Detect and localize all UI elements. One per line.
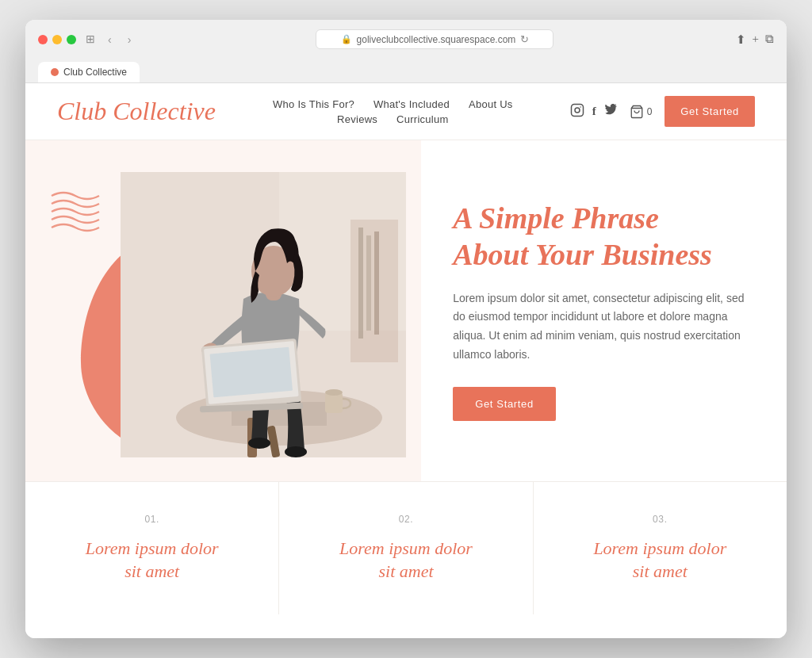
close-traffic-light[interactable]	[38, 35, 48, 44]
tab-bar: Club Collective	[38, 62, 774, 82]
nav-who-is-this-for[interactable]: Who Is This For?	[273, 98, 354, 110]
nav-curriculum[interactable]: Curriculum	[396, 113, 448, 125]
nav-row-2: Reviews Curriculum	[337, 113, 448, 125]
hero-image	[121, 172, 406, 457]
svg-rect-7	[358, 228, 363, 339]
browser-window: ⊞ ‹ › 🔒 goliveclubcollective.squarespace…	[25, 20, 787, 638]
feature-number-1: 01.	[57, 514, 247, 525]
address-bar[interactable]: 🔒 goliveclubcollective.squarespace.com ↻	[316, 29, 553, 49]
hero-right: A Simple Phrase About Your Business Lore…	[421, 140, 787, 481]
feature-item-2: 02. Lorem ipsum dolor sit amet	[279, 482, 533, 614]
svg-rect-0	[571, 104, 583, 116]
svg-point-14	[248, 438, 270, 449]
windows-icon[interactable]: ⧉	[765, 33, 774, 46]
feature-title-2: Lorem ipsum dolor sit amet	[311, 537, 500, 583]
minimize-traffic-light[interactable]	[52, 35, 62, 44]
reload-icon[interactable]: ↻	[520, 33, 529, 45]
svg-point-2	[580, 106, 581, 108]
hero-get-started-button[interactable]: Get Started	[453, 387, 556, 421]
feature-item-3: 03. Lorem ipsum dolor sit amet	[534, 482, 787, 614]
new-tab-icon[interactable]: +	[753, 33, 759, 46]
site-logo: Club Collective	[57, 96, 216, 126]
svg-point-15	[285, 446, 307, 457]
header-right: f 0 Get Started	[570, 96, 755, 127]
tab-title: Club Collective	[63, 67, 127, 78]
browser-chrome: ⊞ ‹ › 🔒 goliveclubcollective.squarespace…	[25, 20, 787, 83]
svg-rect-21	[210, 347, 293, 398]
facebook-icon[interactable]: f	[592, 105, 596, 118]
tab-favicon	[51, 68, 59, 76]
svg-rect-9	[374, 231, 379, 335]
back-button[interactable]: ‹	[105, 32, 115, 48]
social-icons: f	[570, 103, 617, 121]
hero-heading: A Simple Phrase About Your Business	[453, 201, 747, 273]
svg-rect-8	[366, 235, 371, 331]
instagram-icon[interactable]	[570, 103, 584, 121]
feature-title-1: Lorem ipsum dolor sit amet	[57, 537, 247, 583]
feature-title-3: Lorem ipsum dolor sit amet	[565, 537, 755, 583]
header-get-started-button[interactable]: Get Started	[665, 96, 755, 127]
hero-photo	[121, 172, 406, 457]
nav-whats-included[interactable]: What's Included	[373, 98, 450, 110]
nav-reviews[interactable]: Reviews	[337, 113, 377, 125]
svg-point-1	[575, 108, 580, 113]
traffic-lights	[38, 35, 76, 44]
nav-row-1: Who Is This For? What's Included About U…	[273, 98, 512, 110]
site-nav: Who Is This For? What's Included About U…	[273, 98, 512, 125]
cart-icon[interactable]: 0	[630, 105, 653, 119]
address-bar-area: 🔒 goliveclubcollective.squarespace.com ↻	[144, 29, 726, 49]
hero-section: A Simple Phrase About Your Business Lore…	[25, 140, 787, 481]
browser-actions: ⬆ + ⧉	[736, 33, 774, 47]
active-tab[interactable]: Club Collective	[38, 62, 140, 82]
hero-body-text: Lorem ipsum dolor sit amet, consectetur …	[453, 289, 747, 365]
nav-about-us[interactable]: About Us	[469, 98, 513, 110]
features-section: 01. Lorem ipsum dolor sit amet 02. Lorem…	[25, 481, 787, 614]
forward-button[interactable]: ›	[124, 32, 135, 48]
url-text: goliveclubcollective.squarespace.com	[357, 34, 516, 45]
share-icon[interactable]: ⬆	[736, 33, 746, 47]
cart-count: 0	[647, 106, 653, 117]
website-content: Club Collective Who Is This For? What's …	[25, 83, 787, 638]
maximize-traffic-light[interactable]	[67, 35, 76, 44]
hero-left	[25, 140, 421, 481]
twitter-icon[interactable]	[604, 104, 617, 120]
site-header: Club Collective Who Is This For? What's …	[25, 83, 787, 140]
sidebar-toggle-icon[interactable]: ⊞	[86, 33, 95, 46]
feature-item-1: 01. Lorem ipsum dolor sit amet	[25, 482, 279, 614]
lock-icon: 🔒	[341, 34, 352, 44]
feature-number-2: 02.	[311, 514, 500, 525]
svg-point-24	[325, 389, 343, 396]
feature-number-3: 03.	[565, 514, 755, 525]
